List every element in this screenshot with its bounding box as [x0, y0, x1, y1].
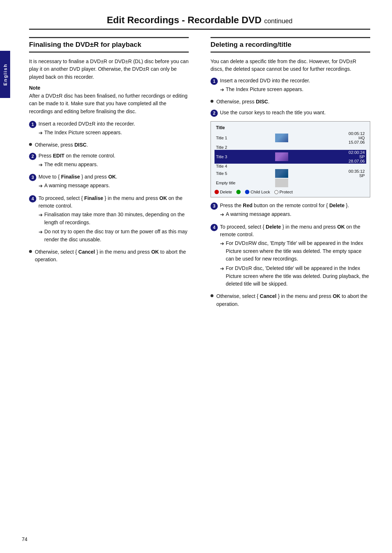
- green-button-icon: [236, 190, 241, 194]
- table-col-title: Title: [215, 124, 274, 131]
- right-section-header: Deleting a recording/title: [211, 37, 370, 53]
- right-bullet-dot-2: [211, 294, 213, 297]
- main-title: Edit Recordings - Recordable DVD continu…: [29, 15, 370, 30]
- right-step-2-text: Use the cursor keys to reach the title y…: [220, 110, 326, 115]
- right-step-number-1: 1: [211, 78, 218, 85]
- right-step-2: 2 Use the cursor keys to reach the title…: [211, 109, 370, 117]
- title-name: Title 5: [215, 169, 274, 178]
- right-step-3-arrow: ➜ A warning message appears.: [220, 210, 370, 219]
- footer-delete-btn: Delete: [215, 190, 232, 194]
- left-step-3-text: Move to { Finalise } and press OK.: [38, 174, 117, 180]
- title-time: 00:35:12SP: [316, 169, 366, 178]
- step-number-4: 4: [29, 195, 36, 202]
- blue-button-icon: [245, 190, 249, 194]
- left-bullet-1: Otherwise, press DISC.: [29, 141, 189, 149]
- right-step-4-text: To proceed, select { Delete } in the men…: [220, 224, 360, 238]
- title-time: 00:05:12HQ15.07.06: [316, 131, 366, 145]
- title-thumb: [274, 131, 316, 145]
- title-thumb: [274, 145, 316, 150]
- left-bullet-2: Otherwise, select { Cancel } in the menu…: [29, 248, 189, 264]
- table-col-time: [316, 124, 366, 131]
- right-step-1-text: Insert a recorded DVD into the recorder.: [220, 78, 310, 83]
- left-step-1: 1 Insert a recorded DVD±R into the recor…: [29, 120, 189, 138]
- table-col-thumb: [274, 124, 316, 131]
- table-row: Title 1 00:05:12HQ15.07.06: [215, 131, 366, 145]
- left-column: Finalising the DVD±R for playback It is …: [29, 37, 192, 311]
- right-step-number-4: 4: [211, 224, 218, 231]
- table-row: Title 5 00:35:12SP: [215, 169, 366, 178]
- side-tab: English: [0, 51, 10, 98]
- left-step-1-arrow: ➜ The Index Picture screen appears.: [38, 129, 189, 137]
- bullet-dot-2: [29, 250, 32, 253]
- right-step-3-arrow-text: A warning message appears.: [226, 210, 291, 218]
- step-number-1: 1: [29, 121, 36, 128]
- left-step-4-text: To proceed, select { Finalise } in the m…: [38, 195, 183, 209]
- thumb-image: [275, 179, 288, 187]
- left-step-4-arrow-1: ➜ Finalisation may take more than 30 min…: [38, 211, 189, 226]
- right-bullet-1-text: Otherwise, press DISC.: [216, 98, 269, 106]
- left-step-1-text: Insert a recorded DVD±R into the recorde…: [38, 121, 135, 127]
- title-name: Title 3: [215, 150, 274, 164]
- dvd-title-table: Title Title 1 00:05:12HQ15.07.06 Title: [215, 124, 366, 188]
- right-bullet-2: Otherwise, select { Cancel } in the menu…: [211, 292, 370, 308]
- title-name: Empty title: [215, 178, 274, 188]
- left-bullet-2-text: Otherwise, select { Cancel } in the menu…: [35, 248, 189, 264]
- title-time: [316, 164, 366, 169]
- left-step-4-arrow-1-text: Finalisation may take more than 30 minut…: [44, 211, 189, 226]
- footer-delete-label: Delete: [220, 190, 232, 194]
- thumb-image: [275, 134, 288, 142]
- right-step-1-arrow: ➜ The Index Picture screen appears.: [220, 86, 370, 94]
- right-step-number-2: 2: [211, 110, 218, 117]
- table-row: Title 4: [215, 164, 366, 169]
- left-intro-text: It is necessary to finalise a DVD±R or D…: [29, 58, 189, 81]
- left-bullet-1-text: Otherwise, press DISC.: [35, 141, 88, 149]
- footer-childlock-btn: Child Lock: [245, 190, 270, 194]
- right-step-3: 3 Press the Red button on the remote con…: [211, 202, 370, 220]
- left-step-3: 3 Move to { Finalise } and press OK. ➜ A…: [29, 173, 189, 191]
- right-step-3-text: Press the Red button on the remote contr…: [220, 202, 349, 208]
- step-number-3: 3: [29, 174, 36, 181]
- two-col-layout: Finalising the DVD±R for playback It is …: [29, 37, 370, 311]
- title-thumb: [274, 178, 316, 188]
- thumb-image: [275, 152, 288, 161]
- dvd-index-screen: Title Title 1 00:05:12HQ15.07.06 Title: [211, 121, 370, 197]
- red-button-icon: [215, 190, 219, 194]
- footer-childlock-label: Child Lock: [250, 190, 270, 194]
- right-step-number-3: 3: [211, 202, 218, 210]
- table-row: Empty title: [215, 178, 366, 188]
- right-column: Deleting a recording/title You can delet…: [207, 37, 370, 311]
- right-step-4-arrow-2: ➜ For DVD±R disc, 'Deleted title' will b…: [220, 265, 370, 288]
- title-name: Title 1: [215, 131, 274, 145]
- title-time: 02:00:24SP28.07.06: [316, 150, 366, 164]
- title-thumb: [274, 150, 316, 164]
- table-row: Title 2: [215, 145, 366, 150]
- right-step-1: 1 Insert a recorded DVD into the recorde…: [211, 77, 370, 95]
- left-step-2: 2 Press EDIT on the remote control. ➜ Th…: [29, 152, 189, 170]
- left-step-4: 4 To proceed, select { Finalise } in the…: [29, 194, 189, 245]
- title-time: [316, 178, 366, 188]
- title-time: [316, 145, 366, 150]
- left-section-header: Finalising the DVD±R for playback: [29, 37, 189, 53]
- thumb-image: [275, 169, 288, 178]
- note-text: After a DVD±R disc has been finalised, n…: [29, 92, 189, 116]
- side-tab-label: English: [3, 64, 8, 86]
- left-step-2-arrow-text: The edit menu appears.: [44, 161, 98, 169]
- note-label: Note: [29, 85, 189, 91]
- footer-protect-btn: Protect: [274, 190, 293, 194]
- left-step-1-arrow-text: The Index Picture screen appears.: [44, 129, 122, 137]
- title-name: Title 4: [215, 164, 274, 169]
- page-number: 74: [22, 536, 28, 542]
- step-number-2: 2: [29, 153, 36, 160]
- right-step-4: 4 To proceed, select { Delete } in the m…: [211, 223, 370, 290]
- table-row-selected: Title 3 02:00:24SP28.07.06: [215, 150, 366, 164]
- left-step-4-arrow-2-text: Do not try to open the disc tray or turn…: [44, 228, 189, 243]
- footer-protect-label: Protect: [279, 190, 293, 194]
- right-step-4-arrow-2-text: For DVD±R disc, 'Deleted title' will be …: [226, 265, 370, 288]
- title-thumb: [274, 164, 316, 169]
- left-step-3-arrow-text: A warning message appears.: [44, 182, 110, 190]
- page-container: English Edit Recordings - Recordable DVD…: [0, 0, 392, 553]
- right-bullet-1: Otherwise, press DISC.: [211, 98, 370, 106]
- bullet-dot-1: [29, 143, 32, 146]
- footer-green-btn: [236, 190, 241, 194]
- left-step-2-text: Press EDIT on the remote control.: [38, 153, 115, 159]
